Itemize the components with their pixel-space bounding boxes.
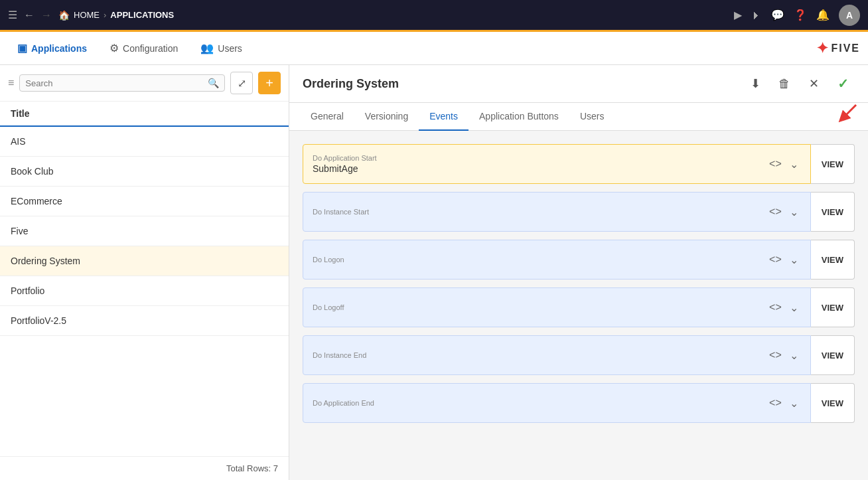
event-row-do-instance-start: Do Instance Start <> ⌄ VIEW (303, 192, 855, 232)
sidebar-item-portfolio[interactable]: Portfolio (0, 276, 289, 306)
code-icon-2[interactable]: <> (766, 251, 784, 268)
chat-icon[interactable]: 💬 (771, 9, 784, 21)
delete-button[interactable]: 🗑 (772, 72, 796, 96)
filter-icon: ≡ (8, 77, 14, 89)
search-input[interactable] (25, 78, 208, 88)
code-icon-5[interactable]: <> (766, 394, 784, 412)
expand-icon-3[interactable]: ⌄ (787, 299, 801, 317)
expand-icon-2[interactable]: ⌄ (787, 251, 801, 269)
event-info-do-instance-start: Do Instance Start (313, 208, 369, 216)
sidebar-header: Title (0, 102, 289, 127)
code-icon-0[interactable]: <> (766, 155, 784, 173)
back-icon[interactable]: ← (24, 9, 35, 21)
event-card-actions-1: <> ⌄ (766, 203, 801, 221)
download-button[interactable]: ⬇ (743, 72, 767, 96)
event-card-do-instance-end: Do Instance End <> ⌄ (303, 335, 811, 375)
event-label-do-app-start: Do Application Start (313, 154, 377, 162)
event-card-actions-0: <> ⌄ (766, 155, 801, 173)
event-card-actions-5: <> ⌄ (766, 394, 801, 412)
code-icon-3[interactable]: <> (766, 299, 784, 316)
home-label[interactable]: HOME (74, 10, 100, 20)
sidebar-list: AIS Book Club ECommerce Five Ordering Sy… (0, 127, 289, 456)
close-button[interactable]: ✕ (802, 72, 826, 96)
navbar: ☰ ← → 🏠 HOME › APPLICATIONS ▶ ⏵ 💬 ❓ 🔔 A (0, 0, 868, 32)
help-icon[interactable]: ❓ (794, 9, 807, 21)
configuration-tab-icon: ⚙ (109, 42, 119, 54)
code-icon-4[interactable]: <> (766, 347, 784, 364)
event-info-do-logon: Do Logon (313, 256, 344, 264)
event-card-do-app-start: Do Application Start SubmitAge <> ⌄ (303, 144, 811, 184)
sidebar-item-ais[interactable]: AIS (0, 127, 289, 157)
event-label-do-logoff: Do Logoff (313, 303, 344, 311)
expand-icon-4[interactable]: ⌄ (787, 347, 801, 364)
expand-icon-5[interactable]: ⌄ (787, 394, 801, 412)
expand-icon-1[interactable]: ⌄ (787, 203, 801, 221)
sidebar: ≡ 🔍 ⤢ + Title AIS Book Club ECommerce Fi… (0, 65, 289, 480)
sidebar-item-ordering-system[interactable]: Ordering System (0, 246, 289, 276)
event-label-do-instance-start: Do Instance Start (313, 208, 369, 216)
bell-icon[interactable]: 🔔 (816, 9, 830, 21)
forward-icon[interactable]: → (41, 9, 52, 21)
event-info-do-instance-end: Do Instance End (313, 351, 366, 359)
users-tab-label: Users (218, 43, 242, 54)
users-tab-icon: 👥 (200, 42, 214, 54)
sidebar-item-portfolio-v2[interactable]: PortfolioV-2.5 (0, 306, 289, 336)
event-info-do-application-end: Do Application End (313, 399, 374, 407)
applications-tab-label: Applications (31, 43, 87, 54)
event-row-do-application-end: Do Application End <> ⌄ VIEW (303, 383, 855, 423)
tab-versioning[interactable]: Versioning (354, 103, 419, 131)
main-layout: ≡ 🔍 ⤢ + Title AIS Book Club ECommerce Fi… (0, 65, 868, 480)
view-button-5[interactable]: VIEW (811, 383, 855, 423)
sidebar-item-ecommerce[interactable]: ECommerce (0, 187, 289, 216)
tab-configuration[interactable]: ⚙ Configuration (100, 38, 187, 58)
tab-general[interactable]: General (300, 103, 354, 131)
view-button-0[interactable]: VIEW (811, 144, 855, 184)
tab-users[interactable]: Users (569, 103, 615, 131)
play-icon[interactable]: ▶ (734, 9, 742, 21)
sidebar-footer: Total Rows: 7 (0, 456, 289, 480)
tab-users[interactable]: 👥 Users (191, 38, 252, 58)
sidebar-item-book-club[interactable]: Book Club (0, 157, 289, 187)
home-icon: 🏠 (58, 10, 70, 21)
event-info-do-app-start: Do Application Start SubmitAge (313, 154, 377, 174)
media-icon[interactable]: ⏵ (751, 9, 762, 21)
event-row-do-logoff: Do Logoff <> ⌄ VIEW (303, 287, 855, 327)
view-button-1[interactable]: VIEW (811, 192, 855, 232)
save-button[interactable]: ✓ (831, 72, 855, 96)
expand-icon-0[interactable]: ⌄ (787, 155, 801, 173)
event-card-actions-4: <> ⌄ (766, 347, 801, 364)
event-label-do-instance-end: Do Instance End (313, 351, 366, 359)
applications-label: APPLICATIONS (110, 10, 174, 20)
content-header: Ordering System ⬇ 🗑 ✕ ✓ (289, 65, 868, 103)
sidebar-toolbar: ≡ 🔍 ⤢ + (0, 65, 289, 102)
title-column-label: Title (11, 108, 30, 119)
content-title: Ordering System (303, 77, 399, 91)
code-icon-1[interactable]: <> (766, 203, 784, 220)
tab-applications[interactable]: ▣ Applications (8, 38, 96, 58)
navbar-right: ▶ ⏵ 💬 ❓ 🔔 A (734, 5, 860, 26)
hamburger-icon[interactable]: ☰ (8, 9, 17, 21)
logo-text: FIVE (831, 42, 860, 54)
event-info-do-logoff: Do Logoff (313, 303, 344, 311)
view-button-3[interactable]: VIEW (811, 287, 855, 327)
event-row-do-app-start: Do Application Start SubmitAge <> ⌄ VIEW (303, 144, 855, 184)
search-icon: 🔍 (208, 78, 219, 88)
search-box: 🔍 (19, 74, 225, 92)
event-value-do-app-start: SubmitAge (313, 163, 377, 174)
total-rows-label: Total Rows: 7 (226, 463, 278, 473)
avatar[interactable]: A (839, 5, 860, 26)
configuration-tab-label: Configuration (123, 43, 178, 54)
applications-tab-icon: ▣ (17, 42, 27, 54)
view-button-2[interactable]: VIEW (811, 240, 855, 280)
tab-events[interactable]: Events (419, 103, 469, 131)
navbar-left: ☰ ← → 🏠 HOME › APPLICATIONS (8, 9, 734, 21)
subheader-tabs: ▣ Applications ⚙ Configuration 👥 Users (8, 38, 252, 58)
tab-app-buttons[interactable]: Application Buttons (469, 103, 569, 131)
event-row-do-instance-end: Do Instance End <> ⌄ VIEW (303, 335, 855, 375)
event-card-do-application-end: Do Application End <> ⌄ (303, 383, 811, 423)
add-button[interactable]: + (258, 72, 281, 94)
sidebar-item-five[interactable]: Five (0, 216, 289, 246)
event-card-actions-2: <> ⌄ (766, 251, 801, 269)
expand-btn[interactable]: ⤢ (230, 72, 253, 94)
view-button-4[interactable]: VIEW (811, 335, 855, 375)
